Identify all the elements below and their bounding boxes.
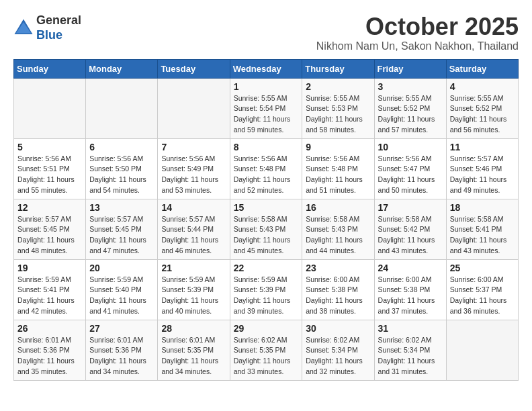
calendar-week-5: 26Sunrise: 6:01 AMSunset: 5:36 PMDayligh…	[14, 320, 519, 380]
calendar-cell: 3Sunrise: 5:55 AMSunset: 5:52 PMDaylight…	[374, 78, 446, 138]
svg-marker-1	[16, 22, 32, 34]
day-number: 14	[161, 202, 226, 213]
calendar-cell	[14, 78, 86, 138]
calendar-cell: 27Sunrise: 6:01 AMSunset: 5:36 PMDayligh…	[86, 320, 158, 380]
calendar-cell: 7Sunrise: 5:56 AMSunset: 5:49 PMDaylight…	[158, 138, 230, 199]
day-number: 4	[450, 81, 515, 92]
calendar-cell: 15Sunrise: 5:58 AMSunset: 5:43 PMDayligh…	[230, 199, 302, 259]
calendar-cell: 14Sunrise: 5:57 AMSunset: 5:44 PMDayligh…	[158, 199, 230, 259]
day-number: 24	[378, 263, 443, 273]
day-number: 31	[378, 323, 443, 334]
logo-icon	[13, 18, 34, 38]
calendar-cell: 18Sunrise: 5:58 AMSunset: 5:41 PMDayligh…	[446, 199, 518, 259]
day-number: 1	[234, 81, 299, 92]
month-title: October 2025	[316, 13, 519, 40]
calendar-cell: 28Sunrise: 6:01 AMSunset: 5:35 PMDayligh…	[158, 320, 230, 380]
day-info: Sunrise: 6:00 AMSunset: 5:37 PMDaylight:…	[450, 275, 515, 317]
day-number: 22	[234, 263, 299, 273]
calendar-cell: 24Sunrise: 6:00 AMSunset: 5:38 PMDayligh…	[374, 259, 446, 320]
day-info: Sunrise: 5:59 AMSunset: 5:41 PMDaylight:…	[17, 275, 82, 317]
calendar-cell: 11Sunrise: 5:57 AMSunset: 5:46 PMDayligh…	[446, 138, 518, 199]
calendar-cell: 29Sunrise: 6:02 AMSunset: 5:35 PMDayligh…	[230, 320, 302, 380]
day-number: 7	[161, 142, 226, 152]
location-subtitle: Nikhom Nam Un, Sakon Nakhon, Thailand	[316, 40, 519, 52]
day-info: Sunrise: 5:59 AMSunset: 5:39 PMDaylight:…	[161, 275, 226, 317]
day-info: Sunrise: 5:55 AMSunset: 5:54 PMDaylight:…	[234, 93, 299, 136]
calendar-week-2: 5Sunrise: 5:56 AMSunset: 5:51 PMDaylight…	[14, 138, 519, 199]
calendar-cell: 19Sunrise: 5:59 AMSunset: 5:41 PMDayligh…	[14, 259, 86, 320]
calendar-cell: 4Sunrise: 5:55 AMSunset: 5:52 PMDaylight…	[446, 78, 518, 138]
day-number: 18	[450, 202, 515, 213]
weekday-header-friday: Friday	[374, 59, 446, 78]
weekday-header-monday: Monday	[86, 59, 158, 78]
calendar-cell: 12Sunrise: 5:57 AMSunset: 5:45 PMDayligh…	[14, 199, 86, 259]
day-number: 26	[17, 323, 82, 334]
day-number: 8	[234, 142, 299, 152]
calendar-cell: 31Sunrise: 6:02 AMSunset: 5:34 PMDayligh…	[374, 320, 446, 380]
day-info: Sunrise: 5:56 AMSunset: 5:48 PMDaylight:…	[234, 154, 299, 196]
calendar-body: 1Sunrise: 5:55 AMSunset: 5:54 PMDaylight…	[14, 78, 519, 380]
calendar-cell: 13Sunrise: 5:57 AMSunset: 5:45 PMDayligh…	[86, 199, 158, 259]
day-info: Sunrise: 6:02 AMSunset: 5:34 PMDaylight:…	[378, 335, 443, 377]
day-number: 9	[306, 142, 370, 152]
day-number: 20	[89, 263, 154, 273]
calendar-week-3: 12Sunrise: 5:57 AMSunset: 5:45 PMDayligh…	[14, 199, 519, 259]
day-number: 6	[89, 142, 154, 152]
calendar-cell: 23Sunrise: 6:00 AMSunset: 5:38 PMDayligh…	[302, 259, 374, 320]
calendar-cell: 9Sunrise: 5:56 AMSunset: 5:48 PMDaylight…	[302, 138, 374, 199]
day-info: Sunrise: 5:58 AMSunset: 5:43 PMDaylight:…	[234, 214, 299, 257]
calendar-cell	[446, 320, 518, 380]
calendar-week-1: 1Sunrise: 5:55 AMSunset: 5:54 PMDaylight…	[14, 78, 519, 138]
day-number: 29	[234, 323, 299, 334]
calendar-cell: 21Sunrise: 5:59 AMSunset: 5:39 PMDayligh…	[158, 259, 230, 320]
weekday-header-thursday: Thursday	[302, 59, 374, 78]
weekday-header-saturday: Saturday	[446, 59, 518, 78]
day-number: 11	[450, 142, 515, 152]
day-info: Sunrise: 5:59 AMSunset: 5:39 PMDaylight:…	[234, 275, 299, 317]
calendar-week-4: 19Sunrise: 5:59 AMSunset: 5:41 PMDayligh…	[14, 259, 519, 320]
day-number: 3	[378, 81, 443, 92]
weekday-header-sunday: Sunday	[14, 59, 86, 78]
day-info: Sunrise: 5:58 AMSunset: 5:41 PMDaylight:…	[450, 214, 515, 257]
day-info: Sunrise: 5:56 AMSunset: 5:48 PMDaylight:…	[306, 154, 370, 196]
calendar-cell: 6Sunrise: 5:56 AMSunset: 5:50 PMDaylight…	[86, 138, 158, 199]
day-info: Sunrise: 6:01 AMSunset: 5:35 PMDaylight:…	[161, 335, 226, 377]
calendar-cell: 8Sunrise: 5:56 AMSunset: 5:48 PMDaylight…	[230, 138, 302, 199]
day-number: 27	[89, 323, 154, 334]
day-info: Sunrise: 6:02 AMSunset: 5:35 PMDaylight:…	[234, 335, 299, 377]
title-area: October 2025 Nikhom Nam Un, Sakon Nakhon…	[316, 13, 519, 52]
day-number: 2	[306, 81, 370, 92]
weekday-header-tuesday: Tuesday	[158, 59, 230, 78]
day-info: Sunrise: 5:55 AMSunset: 5:53 PMDaylight:…	[306, 93, 370, 136]
calendar-cell: 17Sunrise: 5:58 AMSunset: 5:42 PMDayligh…	[374, 199, 446, 259]
day-info: Sunrise: 5:57 AMSunset: 5:46 PMDaylight:…	[450, 154, 515, 196]
day-number: 28	[161, 323, 226, 334]
day-info: Sunrise: 5:58 AMSunset: 5:43 PMDaylight:…	[306, 214, 370, 257]
calendar-cell: 22Sunrise: 5:59 AMSunset: 5:39 PMDayligh…	[230, 259, 302, 320]
day-info: Sunrise: 6:01 AMSunset: 5:36 PMDaylight:…	[89, 335, 154, 377]
day-number: 21	[161, 263, 226, 273]
weekday-header-wednesday: Wednesday	[230, 59, 302, 78]
weekday-header-row: SundayMondayTuesdayWednesdayThursdayFrid…	[14, 59, 519, 78]
day-number: 30	[306, 323, 370, 334]
day-info: Sunrise: 5:57 AMSunset: 5:45 PMDaylight:…	[17, 214, 82, 257]
day-number: 10	[378, 142, 443, 152]
day-number: 13	[89, 202, 154, 213]
calendar-cell: 2Sunrise: 5:55 AMSunset: 5:53 PMDaylight…	[302, 78, 374, 138]
calendar-cell: 1Sunrise: 5:55 AMSunset: 5:54 PMDaylight…	[230, 78, 302, 138]
day-info: Sunrise: 5:55 AMSunset: 5:52 PMDaylight:…	[378, 93, 443, 136]
calendar-cell: 10Sunrise: 5:56 AMSunset: 5:47 PMDayligh…	[374, 138, 446, 199]
calendar-cell: 5Sunrise: 5:56 AMSunset: 5:51 PMDaylight…	[14, 138, 86, 199]
day-number: 5	[17, 142, 82, 152]
day-number: 15	[234, 202, 299, 213]
day-number: 17	[378, 202, 443, 213]
day-number: 25	[450, 263, 515, 273]
calendar-table: SundayMondayTuesdayWednesdayThursdayFrid…	[13, 59, 519, 381]
calendar-cell: 30Sunrise: 6:02 AMSunset: 5:34 PMDayligh…	[302, 320, 374, 380]
logo: General Blue	[13, 13, 81, 42]
calendar-cell: 20Sunrise: 5:59 AMSunset: 5:40 PMDayligh…	[86, 259, 158, 320]
logo-text: General Blue	[36, 13, 81, 42]
day-info: Sunrise: 6:00 AMSunset: 5:38 PMDaylight:…	[306, 275, 370, 317]
calendar-cell: 26Sunrise: 6:01 AMSunset: 5:36 PMDayligh…	[14, 320, 86, 380]
day-info: Sunrise: 5:56 AMSunset: 5:50 PMDaylight:…	[89, 154, 154, 196]
